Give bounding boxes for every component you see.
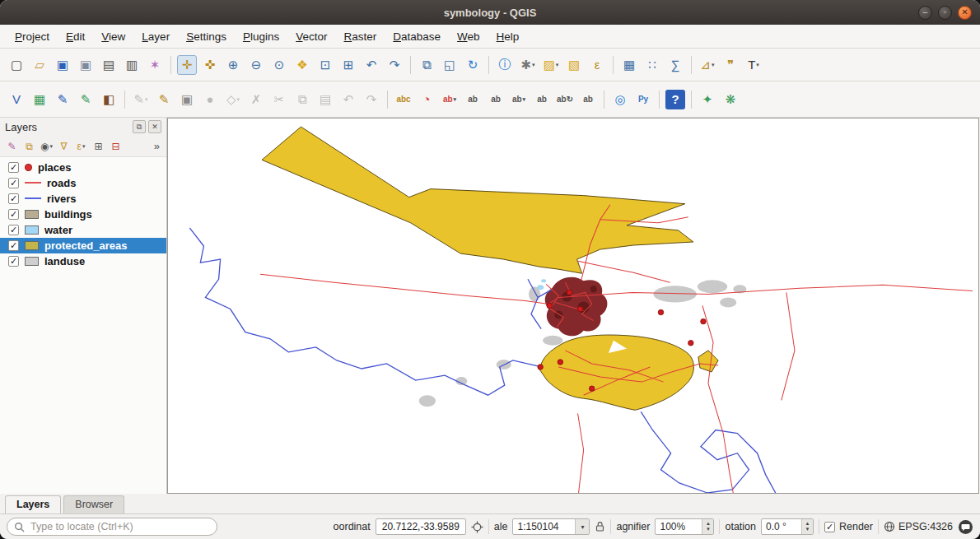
spin-up-icon[interactable]: ▲ [805, 521, 810, 527]
pan-map-icon[interactable]: ✛ [177, 55, 197, 75]
filter-by-expression-icon[interactable]: ε▾ [73, 138, 89, 154]
tab-browser[interactable]: Browser [63, 495, 124, 513]
pan-to-selection-icon[interactable]: ✜ [200, 55, 220, 75]
spin-up-icon[interactable]: ▲ [706, 521, 711, 527]
new-geopackage-layer-icon[interactable]: ✎ [76, 90, 96, 109]
lock-scale-icon[interactable] [595, 521, 605, 532]
locator-input[interactable] [29, 520, 210, 533]
menu-view[interactable]: View [93, 27, 133, 46]
locator-bar[interactable] [7, 518, 217, 536]
panel-close-icon[interactable]: ✕ [148, 120, 161, 133]
text-annotation-icon-dropdown[interactable]: ▾ [756, 62, 759, 68]
render-toggle[interactable]: ✓ Render [824, 521, 873, 532]
dock-toolbar-overflow-icon[interactable]: » [151, 140, 163, 152]
scale-dropdown-icon[interactable]: ▾ [575, 519, 589, 534]
run-feature-action-icon[interactable]: ✱▾ [518, 55, 538, 75]
zoom-in-icon[interactable]: ⊕ [223, 55, 243, 75]
menu-help[interactable]: Help [488, 27, 528, 46]
rotation-spin-buttons[interactable]: ▲ ▼ [801, 519, 813, 534]
menu-edit[interactable]: Edit [58, 27, 93, 46]
map-canvas[interactable] [167, 118, 979, 494]
spin-down-icon[interactable]: ▼ [706, 527, 711, 532]
open-layer-styling-icon[interactable]: ✎ [4, 138, 20, 154]
new-3d-map-view-icon[interactable]: ◱ [440, 55, 460, 75]
processing-toolbox-icon[interactable]: ✦ [698, 90, 717, 109]
menu-vector[interactable]: Vector [287, 27, 335, 46]
layer-checkbox[interactable]: ✓ [8, 256, 19, 267]
add-vector-layer-icon[interactable]: V [7, 90, 26, 109]
menu-layer[interactable]: Layer [133, 27, 178, 46]
data-source-manager-icon[interactable]: ◧ [99, 90, 119, 109]
spin-down-icon[interactable]: ▼ [805, 527, 810, 532]
measure-icon-dropdown[interactable]: ▾ [712, 62, 715, 68]
panel-float-icon[interactable]: ⧉ [133, 120, 146, 133]
labeling-options-icon-dropdown[interactable]: ▾ [454, 96, 457, 103]
manage-map-themes-icon[interactable]: ◉▾ [39, 138, 54, 154]
run-feature-action-icon-dropdown[interactable]: ▾ [532, 62, 535, 68]
layer-item-water[interactable]: ✓water [0, 222, 166, 238]
help-icon[interactable]: ? [665, 90, 685, 109]
new-project-icon[interactable]: ▢ [7, 55, 26, 75]
layer-item-protected_areas[interactable]: ✓protected_areas [0, 238, 166, 253]
filter-by-expression-icon-dropdown[interactable]: ▾ [82, 143, 86, 150]
render-checkbox[interactable]: ✓ [824, 522, 835, 532]
magnifier-spin-buttons[interactable]: ▲ ▼ [702, 519, 713, 534]
add-group-icon[interactable]: ⧉ [21, 138, 37, 154]
text-annotation-icon[interactable]: T▾ [744, 55, 763, 75]
highlight-pinned-labels-icon[interactable]: ab [486, 90, 506, 109]
field-calculator-icon[interactable]: ∷ [642, 55, 662, 75]
layer-checkbox[interactable]: ✓ [8, 162, 19, 173]
crs-status[interactable]: EPSG:4326 [884, 521, 953, 532]
show-hide-labels-icon-dropdown[interactable]: ▾ [523, 96, 526, 103]
deselect-features-icon[interactable]: ▧ [564, 55, 584, 75]
zoom-full-icon[interactable]: ❖ [292, 55, 312, 75]
rotation-spinbox[interactable]: 0.0 ° ▲ ▼ [761, 518, 814, 535]
zoom-native-icon[interactable]: ⊙ [269, 55, 289, 75]
style-manager-icon[interactable]: ✶ [145, 55, 165, 75]
mouse-position-toggle-icon[interactable] [471, 521, 483, 533]
zoom-next-icon[interactable]: ↷ [385, 55, 404, 75]
remove-layer-icon[interactable]: ⊟ [108, 138, 124, 154]
rotate-label-icon[interactable]: ab↻ [555, 90, 575, 109]
toggle-editing-icon[interactable]: ✎ [154, 90, 174, 109]
messages-icon[interactable] [958, 519, 973, 535]
save-project-as-icon[interactable]: ▣ [76, 55, 96, 75]
menu-raster[interactable]: Raster [336, 27, 385, 46]
python-console-icon[interactable]: Py [633, 90, 653, 109]
measure-icon[interactable]: ⊿▾ [698, 55, 717, 75]
show-hide-labels-icon[interactable]: ab▾ [509, 90, 529, 109]
save-layer-edits-icon[interactable]: ▣ [177, 90, 197, 109]
select-features-icon[interactable]: ▨▾ [541, 55, 561, 75]
menu-web[interactable]: Web [449, 27, 488, 46]
change-label-icon[interactable]: ab [578, 90, 598, 109]
manage-map-themes-icon-dropdown[interactable]: ▾ [49, 143, 53, 150]
pin-labels-icon[interactable]: ab [463, 90, 483, 109]
layer-diagram-icon[interactable]: ◔ [417, 90, 436, 109]
metasearch-icon[interactable]: ◎ [610, 90, 630, 109]
minimize-button[interactable]: – [918, 6, 932, 20]
current-edits-icon-dropdown[interactable]: ▾ [145, 96, 148, 103]
show-layout-manager-icon[interactable]: ▥ [122, 55, 142, 75]
zoom-out-icon[interactable]: ⊖ [246, 55, 266, 75]
layer-checkbox[interactable]: ✓ [8, 240, 19, 251]
identify-features-icon[interactable]: ⓘ [495, 55, 515, 75]
new-print-layout-icon[interactable]: ▤ [99, 55, 119, 75]
layer-checkbox[interactable]: ✓ [8, 209, 19, 220]
grass-tools-icon[interactable]: ❋ [721, 90, 740, 109]
map-tips-icon[interactable]: ❞ [721, 55, 740, 75]
menu-settings[interactable]: Settings [178, 27, 235, 46]
menu-project[interactable]: Project [7, 27, 58, 46]
magnifier-spinbox[interactable]: 100% ▲ ▼ [655, 518, 714, 535]
move-label-icon[interactable]: ab [532, 90, 552, 109]
layer-item-buildings[interactable]: ✓buildings [0, 207, 166, 222]
zoom-last-icon[interactable]: ↶ [362, 55, 381, 75]
statistical-summary-icon[interactable]: ∑ [665, 55, 685, 75]
zoom-to-selection-icon[interactable]: ⊡ [315, 55, 335, 75]
layer-checkbox[interactable]: ✓ [8, 178, 19, 188]
save-project-icon[interactable]: ▣ [53, 55, 72, 75]
zoom-to-layer-icon[interactable]: ⊞ [338, 55, 358, 75]
refresh-icon[interactable]: ↻ [463, 55, 483, 75]
new-map-view-icon[interactable]: ⧉ [417, 55, 436, 75]
scale-combobox[interactable]: 1:150104 ▾ [512, 518, 590, 535]
close-button[interactable]: ✕ [958, 6, 972, 20]
